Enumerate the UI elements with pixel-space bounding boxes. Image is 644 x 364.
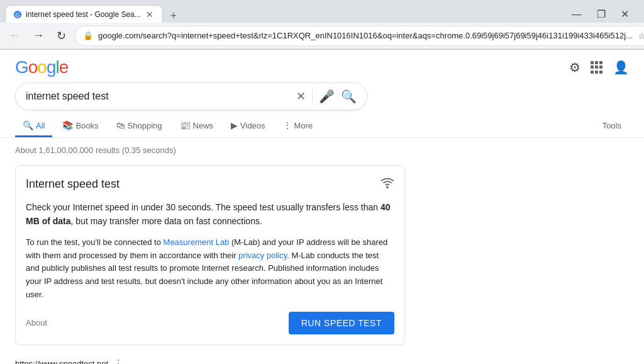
- tab-tools-label: Tools: [602, 121, 621, 130]
- forward-button[interactable]: →: [29, 26, 48, 45]
- featured-desc: Check your Internet speed in under 30 se…: [26, 200, 394, 229]
- minimize-button[interactable]: —: [567, 6, 587, 23]
- legal-start: To run the test, you'll be connected to: [26, 237, 164, 247]
- tab-all[interactable]: 🔍 All: [15, 115, 52, 137]
- result-url-1: https://www.speedtest.net: [15, 359, 108, 364]
- search-clear-button[interactable]: ✕: [296, 89, 306, 103]
- search-divider: [312, 90, 313, 103]
- tab-books[interactable]: 📚 Books: [55, 115, 106, 137]
- wifi-icon: [380, 176, 394, 193]
- logo-g: G: [15, 57, 28, 77]
- apps-dot: [595, 71, 598, 74]
- url-text: google.com/search?q=internet+speed+test&…: [98, 31, 633, 40]
- tab-videos-label: Videos: [240, 121, 265, 130]
- apps-dot: [591, 61, 594, 64]
- microphone-icon[interactable]: 🎤: [319, 89, 335, 104]
- apps-dot: [599, 71, 602, 74]
- logo-o1: o: [28, 57, 38, 77]
- results-count: About 1,61,00,00,000 results (0.35 secon…: [15, 145, 629, 155]
- new-tab-button[interactable]: +: [165, 9, 182, 23]
- featured-title-text: Internet speed test: [26, 178, 119, 191]
- result-url-row-1: https://www.speedtest.net ⋮: [15, 358, 392, 364]
- news-icon: 📰: [180, 120, 191, 130]
- settings-icon[interactable]: ⚙: [569, 60, 580, 75]
- nav-bar: ← → ↻ 🔒 google.com/search?q=internet+spe…: [0, 23, 644, 49]
- logo-text: Google: [15, 57, 68, 77]
- close-window-button[interactable]: ✕: [616, 6, 634, 23]
- search-input[interactable]: [26, 91, 290, 102]
- back-button[interactable]: ←: [5, 26, 24, 45]
- search-box[interactable]: ✕ 🎤 🔍: [15, 82, 367, 110]
- search-submit-icon[interactable]: 🔍: [341, 89, 357, 104]
- apps-button[interactable]: [591, 61, 603, 74]
- logo-e: e: [59, 57, 69, 77]
- google-header: Google ⚙ 👤: [0, 50, 644, 82]
- featured-desc-plain: Check your Internet speed in under 30 se…: [26, 202, 380, 212]
- apps-dot: [595, 61, 598, 64]
- apps-dot: [591, 65, 594, 69]
- featured-desc-end: , but may transfer more data on fast con…: [71, 216, 262, 226]
- tab-all-label: All: [36, 121, 45, 130]
- apps-dot: [595, 65, 598, 69]
- tab-more[interactable]: ⋮ More: [275, 115, 321, 137]
- measurement-lab-link[interactable]: Measurement Lab: [164, 237, 230, 247]
- all-icon: 🔍: [23, 120, 33, 130]
- videos-icon: ▶: [231, 120, 238, 130]
- tab-title: internet speed test - Google Sea...: [26, 10, 141, 19]
- search-result-1: https://www.speedtest.net ⋮ Speedtest by…: [15, 358, 392, 364]
- maximize-button[interactable]: ❐: [592, 6, 611, 23]
- more-icon: ⋮: [283, 120, 292, 130]
- run-speed-test-button[interactable]: RUN SPEED TEST: [289, 312, 394, 334]
- tab-news[interactable]: 📰 News: [172, 115, 221, 137]
- google-logo: Google: [15, 57, 68, 77]
- reload-button[interactable]: ↻: [53, 26, 70, 45]
- tab-books-label: Books: [75, 121, 98, 130]
- tab-more-label: More: [294, 121, 313, 130]
- tab-shopping[interactable]: 🛍 Shopping: [109, 115, 170, 137]
- header-right: ⚙ 👤: [569, 60, 629, 75]
- privacy-policy-link[interactable]: privacy policy: [238, 251, 287, 260]
- address-bar[interactable]: 🔒 google.com/search?q=internet+speed+tes…: [75, 26, 644, 46]
- window-controls: — ❐ ✕: [567, 6, 639, 23]
- lock-icon: 🔒: [83, 31, 93, 40]
- results-area: About 1,61,00,00,000 results (0.35 secon…: [0, 138, 644, 364]
- svg-text:G: G: [16, 11, 20, 18]
- shopping-icon: 🛍: [116, 120, 125, 130]
- bookmark-icon[interactable]: ☆: [638, 31, 644, 41]
- account-icon[interactable]: 👤: [613, 60, 629, 75]
- tab-close-button[interactable]: ✕: [145, 9, 155, 20]
- tab-videos[interactable]: ▶ Videos: [223, 115, 273, 137]
- google-page: Google ⚙ 👤 ✕ 🎤 🔍: [0, 50, 644, 364]
- featured-title: Internet speed test: [26, 176, 394, 193]
- tab-favicon: G: [13, 10, 22, 19]
- browser-tab[interactable]: G internet speed test - Google Sea... ✕: [5, 5, 163, 23]
- tab-shopping-label: Shopping: [128, 121, 162, 130]
- about-link[interactable]: About: [26, 318, 47, 327]
- apps-dot: [591, 71, 594, 74]
- search-tabs: 🔍 All 📚 Books 🛍 Shopping 📰 News ▶ Videos…: [0, 110, 644, 138]
- logo-o2: o: [37, 57, 47, 77]
- featured-legal: To run the test, you'll be connected to …: [26, 236, 394, 302]
- tab-news-label: News: [193, 121, 214, 130]
- apps-dot: [599, 61, 602, 64]
- svg-point-2: [387, 186, 388, 188]
- featured-snippet: Internet speed test Check your Internet …: [15, 165, 405, 345]
- search-area: ✕ 🎤 🔍: [0, 82, 644, 110]
- address-right-icons: ☆ 🦁 🟢 🔣 🧩: [638, 31, 644, 41]
- books-icon: 📚: [62, 120, 73, 130]
- featured-footer: About RUN SPEED TEST: [26, 312, 394, 334]
- tab-tools[interactable]: Tools: [595, 116, 629, 137]
- result-menu-button-1[interactable]: ⋮: [113, 358, 123, 364]
- apps-dot: [599, 65, 602, 69]
- logo-g2: g: [47, 57, 56, 77]
